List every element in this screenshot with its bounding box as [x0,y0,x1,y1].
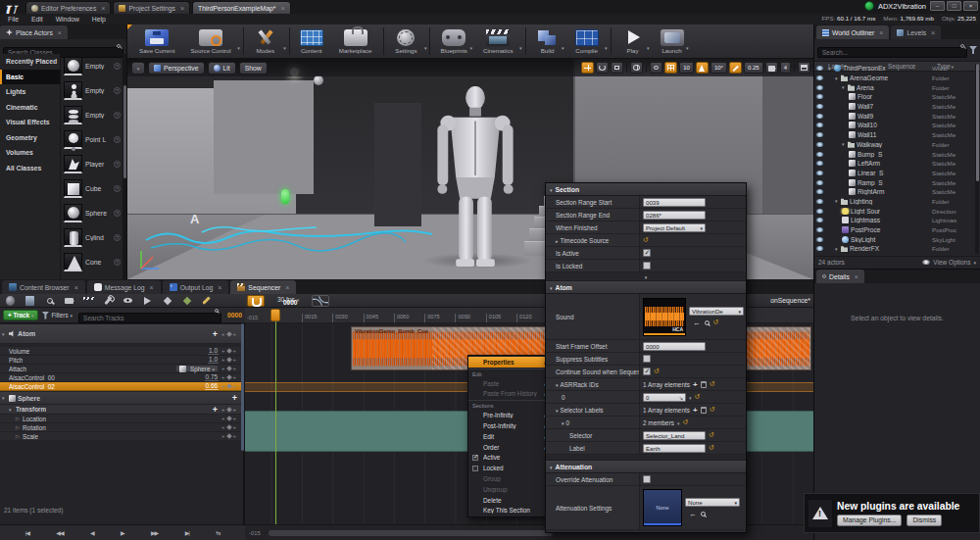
section-range-end-input[interactable]: 0286* [643,211,706,220]
find-asset-icon[interactable] [701,512,706,516]
close-tab-icon[interactable] [877,29,883,36]
outliner-row[interactable]: ▾ ThirdPersonEx World [814,64,975,74]
toolbar-button[interactable]: Play [613,27,653,55]
window-control-button[interactable]: – [930,1,945,11]
outliner-row[interactable]: Light Sour Direction [814,206,975,216]
transport-button[interactable]: ▶ [121,529,124,536]
transport-button[interactable]: ◀◀ [56,529,63,536]
place-actors-category[interactable]: Lights [0,84,60,100]
context-menu-item[interactable]: Pre-Infinity [468,410,550,420]
sequencer-toolbar-icon[interactable] [122,296,133,306]
add-track-button[interactable]: + Track [3,310,38,320]
revert-icon[interactable] [654,368,660,375]
tab-details[interactable]: Details [816,270,864,283]
editor-tab[interactable]: ThirdPersonExampleMap* [192,1,290,14]
expander-icon[interactable]: ▾ [842,84,848,90]
mannequin-character[interactable] [414,82,537,276]
expander-icon[interactable] [556,237,559,244]
outliner-row[interactable]: SkyLight SkyLight [814,234,975,244]
override-attenuation-checkbox[interactable] [643,475,651,483]
expander-icon[interactable]: ▾ [835,246,841,252]
place-actor-item[interactable]: Cylind [61,225,122,250]
window-control-button[interactable]: □ [947,1,961,11]
toolbar-button[interactable]: Settings [386,27,430,55]
outliner-row[interactable]: Wall10 StaticMe [814,121,975,130]
outliner-row[interactable]: Wall7 StaticMe [814,102,975,112]
viewport-options-dropdown[interactable] [131,62,145,74]
menu-item[interactable]: Help [92,16,106,23]
sequencer-track-row[interactable]: Attach Sphere [0,365,243,373]
place-actors-category[interactable]: Volumes [0,145,60,161]
place-actor-item[interactable]: Point L [61,127,122,152]
close-tab-icon[interactable] [148,284,154,291]
grid-snap-button[interactable] [664,62,677,74]
sequence-breadcrumb[interactable]: onSequence* [770,297,810,304]
current-time-field[interactable]: 0000 [227,312,242,319]
scrollbar[interactable] [975,64,979,254]
curve-editor-button[interactable] [312,295,329,307]
context-menu-item[interactable]: Key This Section [468,506,550,516]
search-tracks-input[interactable] [78,313,221,323]
attach-dropdown[interactable]: Sphere [175,365,219,372]
add-element-icon[interactable] [693,406,698,415]
toolbar-button[interactable]: Build [528,27,567,55]
element-options-caret[interactable] [677,419,680,426]
visibility-eye-icon[interactable] [816,189,823,194]
outliner-row[interactable]: Linear_S StaticMe [814,169,975,178]
dropdown-caret-icon[interactable] [237,36,240,54]
add-section-button[interactable]: + [232,393,237,403]
context-menu-item[interactable]: Group [468,473,550,484]
place-actor-item[interactable]: Empty [61,78,122,103]
visibility-eye-icon[interactable] [816,152,823,157]
visibility-eye-icon[interactable] [816,75,823,80]
move-tool-button[interactable] [581,62,594,74]
keyframe-controls[interactable] [221,383,241,389]
visibility-eye-icon[interactable] [816,218,823,222]
outliner-row[interactable]: PostProce PostProc [814,225,975,235]
viewport-mode-button[interactable]: Perspective [148,62,205,74]
view-options-button[interactable]: View Options [922,259,976,266]
browse-back-icon[interactable] [693,319,701,327]
keyframe-controls[interactable] [221,424,241,430]
editor-tab[interactable]: Editor Preferences [25,1,111,14]
viewport-mode-button[interactable]: Lit [208,62,236,74]
place-actors-category[interactable]: Cinematic [0,100,60,116]
dropdown-caret-icon[interactable] [424,36,427,54]
revert-icon[interactable] [710,380,715,388]
context-menu-item[interactable]: Order [468,442,550,453]
close-tab-icon[interactable] [56,29,62,36]
close-tab-icon[interactable] [929,29,935,36]
sequencer-toolbar-icon[interactable] [201,296,212,306]
context-menu-item[interactable]: Edit [468,431,550,442]
visibility-eye-icon[interactable] [816,114,823,119]
close-tab-icon[interactable] [853,273,858,280]
camera-speed-value[interactable]: 4 [780,62,791,74]
expander-icon[interactable]: ▾ [835,75,841,81]
keyframe-controls[interactable] [221,407,241,413]
place-actors-category[interactable]: Basic [0,70,60,85]
dropdown-caret-icon[interactable] [469,36,472,54]
toolbar-button[interactable]: Source Control [182,27,243,55]
scrollbar[interactable] [122,54,126,279]
toolbar-button[interactable]: Launch [653,27,692,55]
sequencer-track-row[interactable]: ▾ Transform + [0,405,243,415]
maximize-viewport-button[interactable] [798,62,810,74]
expander-icon[interactable]: ▷ [16,424,23,430]
visibility-eye-icon[interactable] [816,132,823,137]
bottom-panel-tab[interactable]: Output Log [163,280,229,294]
rotate-tool-button[interactable] [596,62,609,74]
snap-magnet-button[interactable] [247,295,265,307]
checkbox-icon[interactable] [472,466,478,471]
expander-icon[interactable] [562,419,564,426]
keyframe-controls[interactable] [221,433,241,439]
start-frame-offset-input[interactable]: 0000 [643,342,706,351]
scale-tool-button[interactable] [611,62,623,74]
bottom-panel-tab[interactable]: Content Browser [2,280,85,294]
place-actors-category[interactable]: Geometry [0,130,60,146]
sequencer-toolbar-icon[interactable] [64,296,74,306]
context-menu-item[interactable]: Properties [468,357,550,368]
keyframe-controls[interactable] [221,348,241,354]
expander-icon[interactable]: ▾ [2,395,9,401]
sequencer-toolbar-icon[interactable] [44,296,55,306]
empty-array-icon[interactable] [701,407,707,414]
